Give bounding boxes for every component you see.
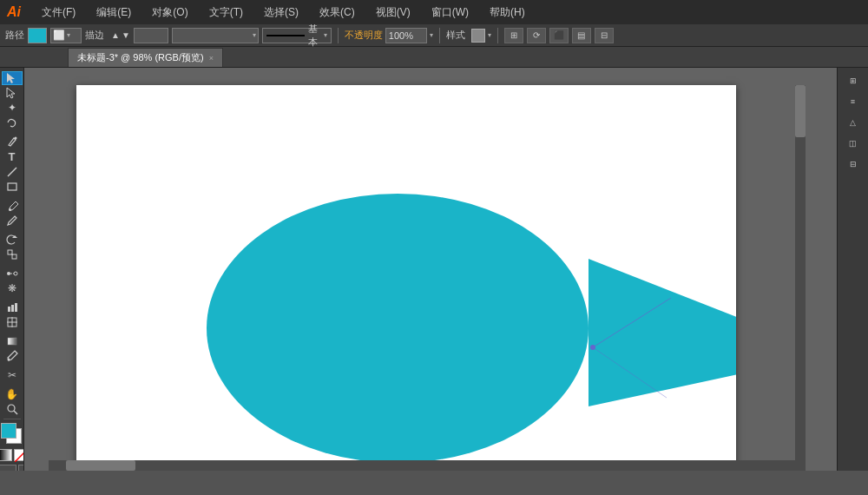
menu-select[interactable]: 选择(S) bbox=[260, 3, 302, 22]
document-tab[interactable]: 未标题-3* @ 98% (RGB/预览) × bbox=[68, 48, 223, 67]
opacity-input[interactable]: 100% bbox=[385, 28, 427, 43]
paintbrush-tool[interactable] bbox=[2, 199, 23, 213]
pathfinder-btn[interactable]: ▤ bbox=[572, 28, 591, 43]
grid-btn[interactable]: ⊟ bbox=[595, 28, 614, 43]
svg-point-20 bbox=[7, 359, 10, 361]
svg-rect-14 bbox=[11, 305, 14, 312]
vertical-scrollbar-thumb[interactable] bbox=[795, 85, 806, 137]
panel-btn-1[interactable]: ⊞ bbox=[841, 71, 865, 90]
stroke-mode-btn[interactable] bbox=[0, 465, 16, 471]
menu-file[interactable]: 文件(F) bbox=[38, 3, 79, 22]
chevron-down-icon: ▾ bbox=[253, 31, 256, 39]
scissors-tool[interactable]: ✂ bbox=[2, 368, 23, 382]
line-tool[interactable] bbox=[2, 165, 23, 179]
svg-marker-0 bbox=[7, 73, 15, 83]
chevron-down-icon: ▾ bbox=[430, 31, 433, 39]
zoom-tool[interactable] bbox=[2, 402, 23, 416]
column-graph-tool[interactable] bbox=[2, 300, 23, 314]
style-label: 样式 bbox=[446, 29, 465, 42]
svg-marker-25 bbox=[589, 259, 736, 406]
menu-help[interactable]: 帮助(H) bbox=[486, 3, 529, 22]
panel-btn-4[interactable]: ◫ bbox=[841, 134, 865, 153]
stroke-up-icon[interactable]: ▲ bbox=[111, 30, 120, 40]
stroke-width-input[interactable] bbox=[134, 28, 168, 43]
stroke-down-icon[interactable]: ▼ bbox=[122, 30, 130, 40]
svg-point-21 bbox=[8, 405, 15, 412]
tab-title: 未标题-3* @ 98% (RGB/预览) bbox=[77, 51, 204, 64]
separator bbox=[439, 28, 440, 43]
tool-separator bbox=[3, 419, 21, 419]
svg-rect-15 bbox=[15, 303, 17, 312]
magic-wand-tool[interactable]: ✦ bbox=[2, 101, 23, 115]
svg-rect-19 bbox=[8, 338, 16, 345]
stroke-icon-btn[interactable]: ⬜ ▾ bbox=[50, 28, 82, 43]
color-swatches[interactable] bbox=[1, 423, 23, 446]
hand-tool[interactable]: ✋ bbox=[2, 387, 23, 401]
path-label: 路径 bbox=[5, 29, 24, 42]
menu-edit[interactable]: 编辑(E) bbox=[93, 3, 135, 22]
tools-panel: ✦ T ❋ bbox=[0, 68, 24, 471]
rotate-tool[interactable] bbox=[2, 233, 23, 247]
fill-swatch[interactable] bbox=[28, 28, 47, 43]
menu-effect[interactable]: 效果(C) bbox=[316, 3, 358, 22]
align-btn[interactable]: ⊞ bbox=[504, 28, 523, 43]
canvas-document bbox=[76, 85, 736, 471]
svg-rect-13 bbox=[8, 307, 10, 312]
stroke-style-dropdown[interactable]: ▾ bbox=[172, 28, 259, 43]
menu-view[interactable]: 视图(V) bbox=[372, 3, 414, 22]
tab-bar: 未标题-3* @ 98% (RGB/预览) × bbox=[0, 47, 868, 68]
none-swatch[interactable] bbox=[14, 449, 25, 461]
panel-btn-5[interactable]: ⊟ bbox=[841, 155, 865, 174]
style-swatch[interactable] bbox=[471, 29, 485, 43]
menu-text[interactable]: 文字(T) bbox=[206, 3, 247, 22]
transform-btn[interactable]: ⟳ bbox=[527, 28, 546, 43]
chevron-down-icon: ▾ bbox=[324, 31, 327, 39]
title-bar: Ai 文件(F) 编辑(E) 对象(O) 文字(T) 选择(S) 效果(C) 视… bbox=[0, 0, 868, 24]
selection-tool[interactable] bbox=[2, 71, 23, 85]
fish-artwork bbox=[76, 85, 736, 471]
panel-btn-3[interactable]: △ bbox=[841, 113, 865, 132]
menu-object[interactable]: 对象(O) bbox=[148, 3, 191, 22]
tab-close-btn[interactable]: × bbox=[209, 54, 214, 63]
svg-line-9 bbox=[11, 254, 13, 255]
separator bbox=[338, 28, 339, 43]
rectangle-tool[interactable] bbox=[2, 180, 23, 194]
type-tool[interactable]: T bbox=[2, 149, 23, 164]
menu-window[interactable]: 窗口(W) bbox=[428, 3, 472, 22]
svg-point-5 bbox=[9, 208, 11, 211]
mesh-tool[interactable] bbox=[2, 315, 23, 329]
horizontal-scrollbar[interactable] bbox=[49, 460, 806, 471]
main-area: ✦ T ❋ bbox=[0, 68, 868, 471]
svg-line-3 bbox=[8, 168, 16, 176]
panel-btn-2[interactable]: ≡ bbox=[841, 92, 865, 111]
pencil-tool[interactable] bbox=[2, 214, 23, 228]
pen-tool[interactable] bbox=[2, 135, 23, 148]
svg-point-10 bbox=[7, 272, 10, 275]
svg-line-23 bbox=[15, 450, 25, 462]
foreground-color-swatch[interactable] bbox=[1, 423, 16, 439]
arrange-btn[interactable]: ⬛ bbox=[549, 28, 569, 43]
canvas-area bbox=[24, 68, 837, 471]
gradient-tool[interactable] bbox=[2, 334, 23, 348]
lasso-tool[interactable] bbox=[2, 116, 23, 129]
stroke-label: 描边 bbox=[85, 29, 104, 42]
vertical-scrollbar[interactable] bbox=[795, 85, 806, 471]
svg-point-11 bbox=[14, 272, 17, 275]
svg-point-2 bbox=[14, 137, 16, 140]
tools-bottom bbox=[0, 417, 23, 471]
opacity-label: 不透明度 bbox=[345, 29, 383, 42]
direct-selection-tool[interactable] bbox=[2, 86, 23, 100]
style-section: 样式 ▾ bbox=[446, 29, 491, 43]
gradient-swatch[interactable] bbox=[0, 449, 12, 461]
symbol-sprayer-tool[interactable]: ❋ bbox=[2, 281, 23, 295]
right-panel: ⊞ ≡ △ ◫ ⊟ bbox=[837, 68, 868, 471]
horizontal-scrollbar-thumb[interactable] bbox=[66, 460, 135, 471]
path-toolbar: 路径 ⬜ ▾ 描边 ▲ ▼ ▾ 基本 ▾ 不透明度 100% ▾ 样式 ▾ ⊞ … bbox=[0, 24, 868, 47]
scale-tool[interactable] bbox=[2, 248, 23, 261]
separator bbox=[497, 28, 498, 43]
chevron-down-icon: ▾ bbox=[488, 31, 491, 39]
opacity-section: 不透明度 100% ▾ bbox=[345, 28, 433, 43]
blend-tool[interactable] bbox=[2, 267, 23, 280]
eyedropper-tool[interactable] bbox=[2, 349, 23, 363]
mask-mode-btn[interactable] bbox=[18, 465, 25, 471]
